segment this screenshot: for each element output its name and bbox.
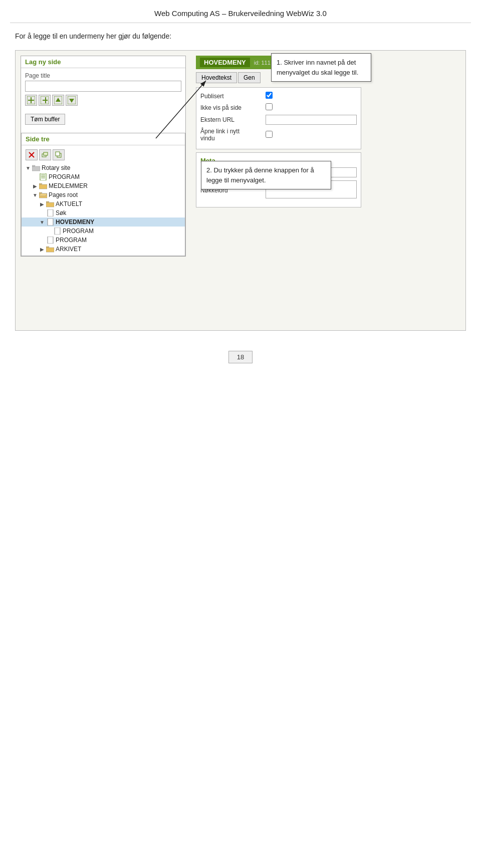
expand-icon: ▶ <box>39 246 46 253</box>
tab-hovedtekst[interactable]: Hovedtekst <box>196 72 237 83</box>
left-panel: Lag ny side Page title <box>21 56 186 257</box>
callout-1-text: 1. Skriver inn navnet på det menyvalget … <box>277 59 358 76</box>
apne-link-value <box>266 131 357 139</box>
expand-icon: ▶ <box>32 182 39 189</box>
page-footer: 18 <box>0 351 481 363</box>
tree-move-icon[interactable] <box>39 149 51 160</box>
add-green-icon[interactable] <box>25 95 37 106</box>
tree-item-pages-root[interactable]: ▼ Pages root <box>22 190 185 199</box>
expand-icon: ▼ <box>32 191 39 198</box>
tree-label: MEDLEMMER <box>49 182 88 189</box>
move-up-icon[interactable] <box>52 95 64 106</box>
callout-2: 2. Du trykker på denne knappen for å leg… <box>201 161 331 189</box>
ekstern-url-value <box>266 115 357 125</box>
expand-icon: ▶ <box>39 200 46 207</box>
folder-closed-icon <box>39 182 47 189</box>
toolbar-icons <box>25 95 181 106</box>
page-icon <box>46 209 54 216</box>
ekstern-url-label: Ekstern URL <box>200 116 266 123</box>
publisert-label: Publisert <box>200 93 266 100</box>
lag-ny-side-body: Page title <box>21 68 185 114</box>
tree-delete-icon[interactable] <box>26 149 38 160</box>
main-menu-label: HOVEDMENY <box>200 58 250 67</box>
tree-label: HOVEDMENY <box>56 219 94 226</box>
expand-placeholder: ▶ <box>39 237 46 244</box>
tree-icon-row <box>22 147 185 162</box>
ikke-vis-label: Ikke vis på side <box>200 104 266 111</box>
folder-open-icon <box>39 191 47 198</box>
screenshot-area: 1. Skriver inn navnet på det menyvalget … <box>15 50 466 331</box>
page-title-input[interactable] <box>25 81 181 92</box>
tom-buffer-area: Tøm buffer <box>21 114 185 133</box>
svg-rect-22 <box>48 219 53 226</box>
tree-item-program-child[interactable]: ▶ PROGRAM <box>22 227 185 236</box>
tree-label: PROGRAM <box>63 228 94 235</box>
folder-icon <box>32 164 40 171</box>
tab-gen[interactable]: Gen <box>238 72 261 83</box>
move-down-icon[interactable] <box>66 95 78 106</box>
expand-placeholder: ▶ <box>46 228 53 235</box>
tree-label: ARKIVET <box>56 246 81 253</box>
svg-marker-10 <box>69 99 74 103</box>
expand-placeholder: ▶ <box>32 173 39 180</box>
tree-item-aktuelt[interactable]: ▶ AKTUELT <box>22 199 185 208</box>
svg-rect-17 <box>40 173 46 180</box>
menu-id: id: 111 <box>254 60 271 66</box>
ekstern-url-input[interactable] <box>266 115 357 125</box>
ikke-vis-checkbox[interactable] <box>266 103 273 110</box>
svg-rect-14 <box>44 152 48 155</box>
tree-label: AKTUELT <box>56 200 82 207</box>
side-tre-body: ▼ Rotary site ▶ PROGRAM ▶ <box>22 145 185 256</box>
tree-item-medlemmer[interactable]: ▶ MEDLEMMER <box>22 181 185 190</box>
callout-2-text: 2. Du trykker på denne knappen for å leg… <box>206 166 314 184</box>
tree-item-rotary-site[interactable]: ▼ Rotary site <box>22 163 185 172</box>
tree-item-program-2[interactable]: ▶ PROGRAM <box>22 236 185 245</box>
publisert-value <box>266 92 357 100</box>
side-tre-header: Side tre <box>22 133 185 145</box>
svg-rect-24 <box>48 237 53 244</box>
form-row-publisert: Publisert <box>200 92 357 100</box>
page-icon-selected <box>46 219 54 226</box>
svg-rect-16 <box>56 152 60 156</box>
lag-ny-side-header: Lag ny side <box>21 56 185 68</box>
form-row-apne-link: Åpne link i nyttvindu <box>200 128 357 142</box>
intro-text: For å legge til en undermeny her gjør du… <box>0 23 481 45</box>
tree-label: PROGRAM <box>56 237 87 244</box>
expand-icon: ▼ <box>25 164 32 171</box>
ikke-vis-value <box>266 103 357 112</box>
page-number: 18 <box>228 351 253 363</box>
page-title: Web Computing AS – Brukerveiledning WebW… <box>10 0 471 23</box>
folder-closed-icon <box>46 246 54 253</box>
apne-link-label: Åpne link i nyttvindu <box>200 128 266 142</box>
page-icon <box>46 237 54 244</box>
form-row-ikke-vis: Ikke vis på side <box>200 103 357 112</box>
tom-buffer-button[interactable]: Tøm buffer <box>25 114 65 125</box>
folder-closed-icon <box>46 200 54 207</box>
svg-rect-23 <box>55 228 60 235</box>
form-section: Publisert Ikke vis på side Ekstern URL <box>196 87 361 149</box>
tree-label: PROGRAM <box>49 173 80 180</box>
add-indent-icon[interactable] <box>39 95 51 106</box>
tree-label: Søk <box>56 209 66 216</box>
tree-item-program-1[interactable]: ▶ PROGRAM <box>22 172 185 181</box>
svg-rect-2 <box>31 97 32 103</box>
page-lines-icon <box>39 173 47 180</box>
publisert-checkbox[interactable] <box>266 92 273 99</box>
side-tre-section: Side tre ▼ <box>21 133 185 256</box>
svg-rect-21 <box>48 209 53 216</box>
expand-placeholder: ▶ <box>39 209 46 216</box>
tree-item-hovedmeny[interactable]: ▼ HOVEDMENY <box>22 218 185 227</box>
callout-1: 1. Skriver inn navnet på det menyvalget … <box>271 53 371 82</box>
tree-label: Rotary site <box>42 164 70 171</box>
tree-item-sok[interactable]: ▶ Søk <box>22 208 185 218</box>
apne-link-checkbox[interactable] <box>266 131 273 138</box>
svg-rect-5 <box>45 97 46 103</box>
tree-item-arkivet[interactable]: ▶ ARKIVET <box>22 245 185 254</box>
page-title-label: Page title <box>25 72 181 79</box>
tree-copy-icon[interactable] <box>53 149 65 160</box>
svg-marker-8 <box>56 98 61 102</box>
expand-icon: ▼ <box>39 219 46 226</box>
tree-label: Pages root <box>49 191 78 198</box>
form-row-ekstern-url: Ekstern URL <box>200 115 357 125</box>
lag-ny-side-section: Lag ny side Page title <box>21 56 185 114</box>
